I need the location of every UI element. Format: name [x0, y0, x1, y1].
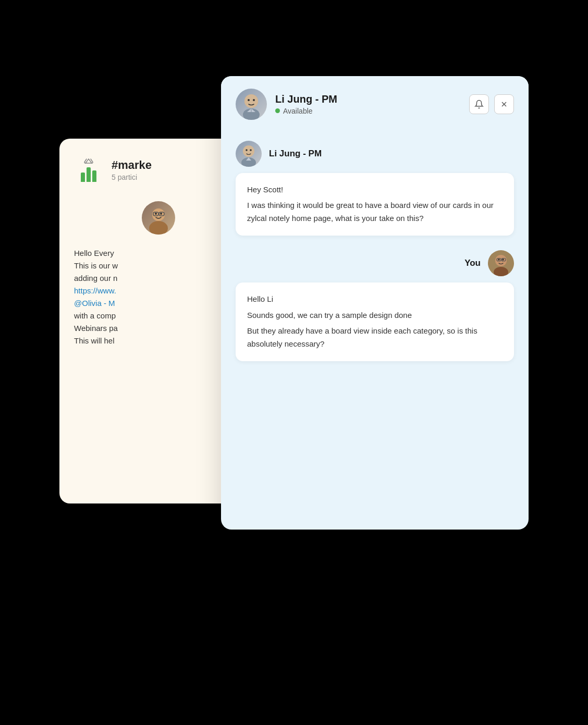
bell-button[interactable]: [469, 94, 489, 114]
svg-point-20: [494, 267, 508, 276]
chat-card: Li Jung - PM Available: [221, 76, 529, 530]
msg-you-line3: But they already have a board view insid…: [247, 325, 503, 351]
msg-line-4: with a comp: [74, 310, 243, 322]
svg-point-17: [246, 149, 248, 151]
you-sender-row: You: [236, 250, 514, 276]
svg-point-1: [149, 221, 168, 235]
status-dot: [275, 108, 280, 113]
channel-header: #marke 5 partici: [74, 155, 243, 185]
svg-point-22: [502, 259, 504, 261]
channel-info: #marke 5 partici: [112, 158, 152, 181]
channel-user-avatar: [142, 201, 175, 235]
msg-lijung-line2: I was thinking it would be great to have…: [247, 199, 503, 225]
svg-point-21: [498, 259, 500, 261]
msg-line-2: This is our w: [74, 260, 243, 272]
close-button[interactable]: [494, 94, 514, 114]
msg-lijung-line1: Hey Scott!: [247, 183, 503, 196]
channel-name: #marke: [112, 158, 152, 172]
svg-point-10: [244, 94, 258, 108]
you-label: You: [464, 258, 481, 268]
chat-body: Li Jung - PM Hey Scott! I was thinking i…: [221, 132, 529, 530]
svg-point-3: [155, 213, 157, 215]
chat-contact-name: Li Jung - PM: [275, 93, 461, 105]
message-text-you: Hello Li Sounds good, we can try a sampl…: [247, 293, 503, 351]
svg-point-12: [253, 99, 255, 101]
recycle-icon: [81, 158, 96, 165]
msg-line-3: adding our n: [74, 272, 243, 285]
chat-header-info: Li Jung - PM Available: [275, 93, 461, 115]
svg-point-18: [250, 149, 252, 151]
chat-status: Available: [275, 107, 461, 115]
message-text-lijung: Hey Scott! I was thinking it would be gr…: [247, 183, 503, 225]
message-group-you: You: [236, 250, 514, 361]
participants-count: 5 partici: [112, 173, 152, 181]
msg-line-1: Hello Every: [74, 247, 243, 260]
message-bubble-you: Hello Li Sounds good, we can try a sampl…: [236, 282, 514, 361]
channel-message-content: Hello Every This is our w adding our n h…: [74, 247, 243, 347]
svg-point-11: [248, 99, 250, 101]
chat-header-actions[interactable]: [469, 94, 514, 114]
message-bubble-lijung: Hey Scott! I was thinking it would be gr…: [236, 173, 514, 236]
you-avatar: [488, 250, 514, 276]
channel-icon: [74, 155, 103, 185]
message-group-lijung: Li Jung - PM Hey Scott! I was thinking i…: [236, 141, 514, 236]
msg-line-6: This will hel: [74, 335, 243, 347]
channel-body: Hello Every This is our w adding our n h…: [74, 201, 243, 347]
chat-contact-avatar: [236, 89, 267, 120]
chat-header: Li Jung - PM Available: [221, 76, 529, 132]
lijung-avatar: [236, 141, 262, 167]
bar-chart-icon: [81, 167, 96, 182]
sender-name-lijung: Li Jung - PM: [269, 149, 322, 159]
msg-mention: @Olivia - M: [74, 297, 243, 310]
svg-point-15: [243, 145, 254, 157]
msg-line-5: Webinars pa: [74, 322, 243, 335]
msg-link: https://www.: [74, 285, 243, 297]
msg-you-line2: Sounds good, we can try a sample design …: [247, 309, 503, 322]
sender-row-lijung: Li Jung - PM: [236, 141, 514, 167]
status-text: Available: [283, 107, 313, 115]
msg-you-line1: Hello Li: [247, 293, 503, 306]
svg-point-4: [160, 213, 162, 215]
